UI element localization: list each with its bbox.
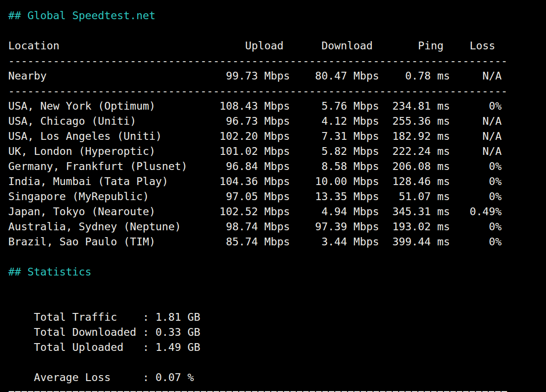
stat-colon: :: [143, 371, 149, 383]
stat-value: 1.81 GB: [155, 311, 200, 323]
cell-loss: N/A: [450, 128, 502, 143]
cell-location: USA, New York (Optimum): [8, 98, 200, 113]
cell-download: 13.35 Mbps: [290, 189, 379, 204]
table-row: USA, Chicago (Uniti) 96.73 Mbps 4.12 Mbp…: [8, 113, 502, 128]
stat-label: Average Loss: [34, 370, 143, 385]
stat-value: 0.07 %: [155, 371, 194, 383]
cell-upload: 96.73 Mbps: [200, 113, 290, 128]
cell-ping: 222.24 ms: [379, 143, 450, 159]
stat-value: 0.33 GB: [155, 326, 200, 338]
cell-location: India, Mumbai (Tata Play): [8, 174, 200, 189]
cell-ping: 193.02 ms: [379, 219, 450, 234]
cell-location: Singapore (MyRepublic): [8, 189, 200, 204]
table-row: India, Mumbai (Tata Play) 104.36 Mbps 10…: [8, 174, 502, 189]
statistics-section-title: ## Statistics: [8, 264, 546, 279]
terminal-screen: ## Global Speedtest.net Location Upload …: [0, 0, 546, 392]
header-download: Download: [290, 38, 379, 53]
cell-download: 10.00 Mbps: [290, 174, 379, 189]
cell-ping: 128.46 ms: [379, 174, 450, 189]
cell-upload: 96.84 Mbps: [200, 159, 290, 174]
stat-label: Total Uploaded: [34, 339, 143, 355]
table-row: USA, Los Angeles (Uniti) 102.20 Mbps 7.3…: [8, 128, 502, 143]
cell-ping: 51.07 ms: [379, 189, 450, 204]
header-location: Location: [8, 38, 200, 53]
table-row: UK, London (Hyperoptic) 101.02 Mbps 5.82…: [8, 143, 502, 159]
stat-label: Total Traffic: [34, 309, 143, 324]
cell-location: Germany, Frankfurt (Plusnet): [8, 159, 200, 174]
cell-ping: 234.81 ms: [379, 98, 450, 113]
stat-colon: :: [143, 311, 149, 323]
cell-ping: 255.36 ms: [379, 113, 450, 128]
cell-location: USA, Chicago (Uniti): [8, 113, 200, 128]
stat-total-traffic: Total Traffic:1.81 GB: [8, 294, 546, 309]
stat-label: Total Downloaded: [34, 324, 143, 339]
header-loss: Loss: [450, 38, 502, 53]
cell-ping: 399.44 ms: [379, 234, 450, 249]
speedtest-section-title: ## Global Speedtest.net: [8, 8, 546, 23]
cell-download: 7.31 Mbps: [290, 128, 379, 143]
cell-loss: 0%: [450, 189, 502, 204]
cell-loss: N/A: [450, 143, 502, 159]
cell-upload: 85.74 Mbps: [200, 234, 290, 249]
cell-location: Australia, Sydney (Neptune): [8, 219, 200, 234]
table-row: USA, New York (Optimum) 108.43 Mbps 5.76…: [8, 98, 502, 113]
cell-download: 5.76 Mbps: [290, 98, 379, 113]
cell-download: 97.39 Mbps: [290, 219, 379, 234]
blank-line: [8, 23, 546, 38]
cell-upload: 99.73 Mbps: [200, 68, 290, 83]
cell-ping: 345.31 ms: [379, 204, 450, 219]
cell-download: 4.94 Mbps: [290, 204, 379, 219]
stat-value: 1.49 GB: [155, 341, 200, 353]
cell-download: 80.47 Mbps: [290, 68, 379, 83]
stat-colon: :: [143, 341, 149, 353]
cell-loss: 0%: [450, 174, 502, 189]
header-upload: Upload: [200, 38, 290, 53]
cell-upload: 101.02 Mbps: [200, 143, 290, 159]
cell-upload: 102.52 Mbps: [200, 204, 290, 219]
table-row: Singapore (MyRepublic) 97.05 Mbps 13.35 …: [8, 189, 502, 204]
cell-ping: 0.78 ms: [379, 68, 450, 83]
cell-loss: 0%: [450, 234, 502, 249]
cell-location: USA, Los Angeles (Uniti): [8, 128, 200, 143]
separator-line: ----------------------------------------…: [8, 83, 546, 98]
table-row-nearby: Nearby 99.73 Mbps 80.47 Mbps 0.78 ms N/A: [8, 68, 502, 83]
table-row: Australia, Sydney (Neptune) 98.74 Mbps 9…: [8, 219, 502, 234]
cell-upload: 108.43 Mbps: [200, 98, 290, 113]
blank-line: [8, 279, 546, 294]
blank-line: [8, 249, 546, 264]
cell-upload: 98.74 Mbps: [200, 219, 290, 234]
cell-download: 4.12 Mbps: [290, 113, 379, 128]
cell-download: 8.58 Mbps: [290, 159, 379, 174]
cell-location: Nearby: [8, 68, 200, 83]
table-row: Brazil, Sao Paulo (TIM) 85.74 Mbps 3.44 …: [8, 234, 502, 249]
cell-location: Brazil, Sao Paulo (TIM): [8, 234, 200, 249]
cell-upload: 102.20 Mbps: [200, 128, 290, 143]
cell-location: UK, London (Hyperoptic): [8, 143, 200, 159]
cell-loss: 0%: [450, 219, 502, 234]
cell-loss: N/A: [450, 113, 502, 128]
table-header-row: Location Upload Download Ping Loss: [8, 38, 502, 53]
cell-ping: 206.08 ms: [379, 159, 450, 174]
header-ping: Ping: [379, 38, 450, 53]
cell-download: 5.82 Mbps: [290, 143, 379, 159]
cell-loss: N/A: [450, 68, 502, 83]
cell-location: Japan, Tokyo (Nearoute): [8, 204, 200, 219]
cell-loss: 0%: [450, 98, 502, 113]
stat-colon: :: [143, 326, 149, 338]
cell-ping: 182.92 ms: [379, 128, 450, 143]
footer-separator-line: ========================================…: [8, 385, 546, 392]
stat-average-loss: Average Loss:0.07 %: [8, 355, 546, 370]
cell-upload: 97.05 Mbps: [200, 189, 290, 204]
cell-upload: 104.36 Mbps: [200, 174, 290, 189]
cell-loss: 0.49%: [450, 204, 502, 219]
cell-loss: 0%: [450, 159, 502, 174]
table-row: Japan, Tokyo (Nearoute) 102.52 Mbps 4.94…: [8, 204, 502, 219]
separator-line: ----------------------------------------…: [8, 53, 546, 68]
cell-download: 3.44 Mbps: [290, 234, 379, 249]
table-row: Germany, Frankfurt (Plusnet) 96.84 Mbps …: [8, 159, 502, 174]
